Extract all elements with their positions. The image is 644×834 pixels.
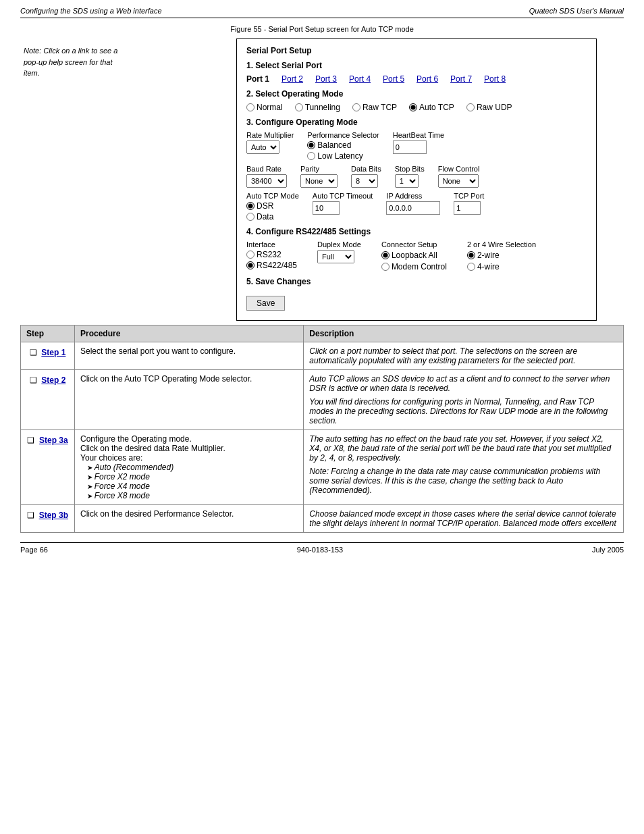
section1-title: 1. Select Serial Port [246,61,587,70]
wire-selection-label: 2 or 4 Wire Selection [467,240,536,249]
wire-4wire[interactable]: 4-wire [467,262,536,271]
save-button[interactable]: Save [246,296,285,311]
rate-multiplier-cell: Rate Multiplier AutoX2X4X8 [246,131,294,154]
parity-label: Parity [300,165,338,173]
step-1-link[interactable]: Step 1 [41,348,65,357]
mode-normal[interactable]: Normal [246,103,283,112]
step-icon: ❑ [30,375,37,385]
section4-title: 4. Configure RS422/485 Settings [246,227,587,236]
perf-balanced[interactable]: Balanced [307,140,379,150]
data-bits-cell: Data Bits 8765 [351,165,381,188]
note-aside: Note: Click on a link to see a pop-up he… [24,45,118,79]
data-bits-label: Data Bits [351,165,381,173]
mode-rawudp[interactable]: Raw UDP [466,103,512,112]
rs422-grid: Interface RS232 RS422/485 Duplex Mode [246,240,587,271]
footer-center: 940-0183-153 [297,546,344,554]
heartbeat-time-label: HeartBeat Time [393,131,444,139]
stop-bits-select[interactable]: 12 [395,174,419,188]
step2-procedure: Click on the Auto TCP Operating Mode sel… [75,370,304,430]
operating-mode-row: Normal Tunneling Raw TCP Auto TCP Raw UD… [246,103,587,112]
port-2-link[interactable]: Port 2 [281,74,303,84]
table-row: ❑ Step 2 Click on the Auto TCP Operating… [21,370,624,430]
step3b-description: Choose balanced mode except in those cas… [304,505,624,533]
stop-bits-cell: Stop Bits 12 [395,165,425,188]
step-icon: ❑ [27,511,34,520]
interface-label: Interface [246,240,297,249]
table-row: ❑ Step 3b Click on the desired Performan… [21,505,624,533]
port-links-row: Port 1 Port 2 Port 3 Port 4 Port 5 Port … [246,74,587,84]
heartbeat-time-input[interactable] [393,140,427,154]
header-left: Configuring the SDS using a Web interfac… [20,7,162,15]
ip-address-label: IP Address [386,192,440,200]
col-description: Description [304,325,624,342]
step1-procedure: Select the serial port you want to confi… [75,342,304,370]
section5-title: 5. Save Changes [246,277,587,286]
section3-title: 3. Configure Operating Mode [246,118,587,127]
port-8-link[interactable]: Port 8 [484,74,506,84]
perf-low-latency[interactable]: Low Latency [307,151,379,161]
footer-left: Page 66 [20,546,48,554]
wire-2wire[interactable]: 2-wire [467,251,536,260]
interface-rs232[interactable]: RS232 [246,250,297,259]
auto-tcp-mode-cell: Auto TCP Mode DSR Data [246,192,299,221]
interface-rs422[interactable]: RS422/485 [246,261,297,270]
flow-control-select[interactable]: NoneRTS/CTSXON/XOFF [438,174,479,188]
stop-bits-label: Stop Bits [395,165,425,173]
mode-tunneling[interactable]: Tunneling [295,103,340,112]
parity-cell: Parity NoneOddEvenMarkSpace [300,165,338,188]
setup-box-title: Serial Port Setup [246,46,587,55]
data-bits-select[interactable]: 8765 [351,174,378,188]
performance-selector-label: Performance Selector [307,131,379,139]
duplex-mode-label: Duplex Mode [317,240,361,249]
auto-tcp-dsr[interactable]: DSR [246,201,299,211]
auto-tcp-timeout-cell: Auto TCP Timeout [313,192,373,215]
step-3a-link[interactable]: Step 3a [39,436,68,445]
port-3-link[interactable]: Port 3 [315,74,337,84]
step-3b-link[interactable]: Step 3b [39,511,68,520]
col-procedure: Procedure [75,325,304,342]
auto-tcp-timeout-label: Auto TCP Timeout [313,192,373,200]
parity-select[interactable]: NoneOddEvenMarkSpace [300,174,338,188]
connector-loopback[interactable]: Loopback All [381,251,447,260]
config-row-3: Auto TCP Mode DSR Data Auto TCP Timeout [246,192,587,221]
step3b-procedure: Click on the desired Performance Selecto… [75,505,304,533]
port-1-link[interactable]: Port 1 [246,74,269,84]
step2-description: Auto TCP allows an SDS device to act as … [304,370,624,430]
flow-control-label: Flow Control [438,165,480,173]
step-2-link[interactable]: Step 2 [41,375,65,385]
interface-cell: Interface RS232 RS422/485 [246,240,297,270]
connector-setup-cell: Connector Setup Loopback All Modem Contr… [381,240,447,271]
config-row-2: Baud Rate 3840096001920057600115200 Pari… [246,165,587,188]
port-5-link[interactable]: Port 5 [383,74,404,84]
port-7-link[interactable]: Port 7 [450,74,472,84]
rate-multiplier-select[interactable]: AutoX2X4X8 [246,140,279,154]
config-row-1: Rate Multiplier AutoX2X4X8 Performance S… [246,131,587,161]
mode-rawtcp[interactable]: Raw TCP [352,103,397,112]
tcp-port-input[interactable] [454,201,481,215]
auto-tcp-timeout-input[interactable] [313,201,340,215]
port-4-link[interactable]: Port 4 [349,74,371,84]
mode-autotcp[interactable]: Auto TCP [409,103,454,112]
table-row: ❑ Step 1 Select the serial port you want… [21,342,624,370]
connector-setup-label: Connector Setup [381,240,447,249]
step-icon: ❑ [30,348,37,357]
header-right: Quatech SDS User's Manual [529,7,624,15]
footer-right: July 2005 [592,546,624,554]
tcp-port-label: TCP Port [454,192,484,200]
table-row: ❑ Step 3a Configure the Operating mode. … [21,430,624,505]
rate-multiplier-label: Rate Multiplier [246,131,294,139]
port-6-link[interactable]: Port 6 [417,74,438,84]
step3a-procedure: Configure the Operating mode. Click on t… [75,430,304,505]
col-step: Step [21,325,75,342]
duplex-mode-select[interactable]: FullHalf [317,250,354,263]
connector-modem[interactable]: Modem Control [381,262,447,271]
section2-title: 2. Select Operating Mode [246,89,587,99]
auto-tcp-data[interactable]: Data [246,212,299,221]
footer: Page 66 940-0183-153 July 2005 [20,542,624,554]
auto-tcp-mode-label: Auto TCP Mode [246,192,299,200]
step3a-description: The auto setting has no effect on the ba… [304,430,624,505]
baud-rate-select[interactable]: 3840096001920057600115200 [246,174,287,188]
wire-selection-cell: 2 or 4 Wire Selection 2-wire 4-wire [467,240,536,271]
ip-address-input[interactable] [386,201,440,215]
performance-selector-cell: Performance Selector Balanced Low Latenc… [307,131,379,161]
